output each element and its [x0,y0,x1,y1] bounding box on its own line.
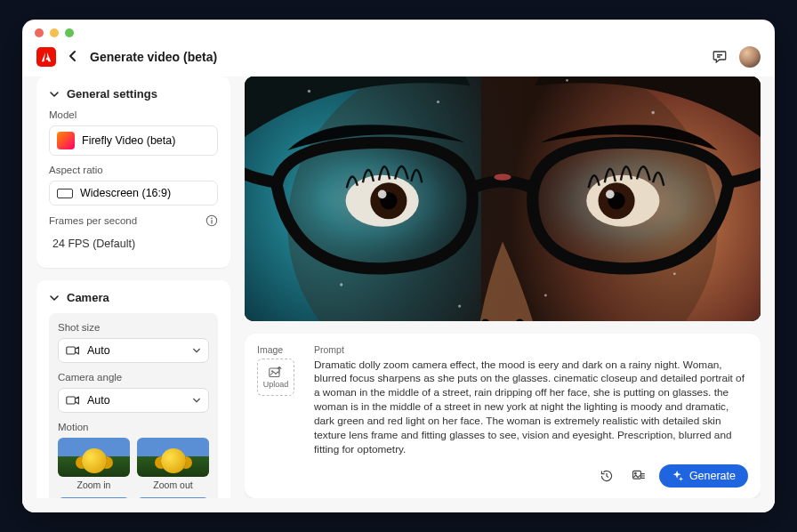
motion-zoom-out[interactable]: Zoom out [137,438,209,490]
video-preview [245,77,761,321]
chevron-down-icon [192,346,201,355]
settings-sidebar: General settings Model Firefly Video (be… [36,77,230,498]
svg-point-33 [634,472,636,474]
window-controls [22,20,775,43]
shot-size-label: Shot size [58,322,209,333]
upload-label-text: Upload [263,380,289,389]
upload-column: Image Upload [257,344,302,488]
user-avatar[interactable] [739,46,761,68]
camera-toggle[interactable]: Camera [49,291,218,304]
motion-thumb [58,497,130,498]
fps-label: Frames per second [49,215,137,226]
motion-item-label: Zoom out [137,480,209,490]
image-label: Image [257,344,302,355]
svg-rect-4 [67,397,76,404]
svg-point-22 [566,79,568,82]
adobe-logo [36,47,56,67]
svg-point-21 [437,101,439,103]
svg-point-29 [494,173,511,180]
model-value: Firefly Video (beta) [82,134,175,147]
camera-card: Camera Shot size Auto Camera angle Auto [36,280,230,498]
motion-thumb [58,438,130,477]
svg-point-26 [544,294,547,297]
general-settings-card: General settings Model Firefly Video (be… [36,77,230,268]
aspect-ratio-value: Widescreen (16:9) [80,187,171,199]
motion-thumb [137,497,209,498]
content: General settings Model Firefly Video (be… [22,77,775,512]
motion-option[interactable] [137,497,209,498]
aspect-ratio-selector[interactable]: Widescreen (16:9) [49,181,218,206]
prompt-panel: Image Upload Prompt Dramatic dolly zoom … [245,334,761,498]
svg-point-25 [458,305,461,308]
motion-zoom-in[interactable]: Zoom in [58,438,130,490]
model-label: Model [49,109,218,120]
general-settings-title: General settings [67,87,157,101]
model-selector[interactable]: Firefly Video (beta) [49,125,218,156]
style-reference-button[interactable] [627,464,650,488]
svg-point-14 [378,190,387,199]
chevron-down-icon [49,89,60,100]
svg-point-28 [673,272,676,275]
svg-point-23 [651,111,655,115]
generate-button[interactable]: Generate [659,464,748,488]
fps-label-row: Frames per second [49,214,218,227]
history-button[interactable] [595,464,618,488]
close-window-button[interactable] [35,28,44,37]
svg-point-18 [606,190,615,199]
generate-label: Generate [689,470,736,482]
svg-rect-3 [67,347,76,354]
page-title: Generate video (beta) [90,50,217,64]
camera-title: Camera [67,291,109,304]
maximize-window-button[interactable] [65,28,74,37]
svg-point-31 [271,370,273,372]
motion-grid: Zoom in Zoom out [58,438,209,498]
aspect-ratio-label: Aspect ratio [49,165,218,175]
model-thumb-icon [57,132,75,149]
camera-angle-selector[interactable]: Auto [58,388,209,413]
motion-label: Motion [58,422,209,432]
svg-rect-2 [211,220,212,223]
generate-icon [672,470,684,482]
back-button[interactable] [65,50,81,65]
svg-point-19 [308,90,310,93]
camera-angle-value: Auto [87,394,110,407]
shot-size-value: Auto [87,344,110,357]
motion-option[interactable] [58,497,130,498]
prompt-label: Prompt [314,344,748,355]
camera-inner: Shot size Auto Camera angle Auto Motion [49,313,218,498]
chevron-down-icon [192,396,201,405]
camera-angle-label: Camera angle [58,372,209,383]
prompt-textarea[interactable]: Dramatic dolly zoom camera effect, the m… [314,359,748,457]
minimize-window-button[interactable] [50,28,59,37]
chevron-down-icon [49,293,60,303]
main-area: Image Upload Prompt Dramatic dolly zoom … [245,77,761,498]
svg-point-1 [211,218,213,220]
camera-icon [66,395,80,406]
app-window: Generate video (beta) General settings M… [22,20,775,512]
fps-value: 24 FPS (Default) [49,232,218,255]
upload-button[interactable]: Upload [257,359,294,396]
svg-point-27 [340,283,342,286]
prompt-actions: Generate [314,464,748,488]
prompt-column: Prompt Dramatic dolly zoom camera effect… [314,344,748,488]
general-settings-toggle[interactable]: General settings [49,87,218,101]
camera-icon [66,345,80,356]
info-icon[interactable] [205,214,218,227]
shot-size-selector[interactable]: Auto [58,338,209,363]
motion-item-label: Zoom in [58,480,130,490]
preview-image [245,77,761,321]
topbar: Generate video (beta) [22,43,775,77]
widescreen-icon [57,189,73,198]
motion-thumb [137,438,209,477]
comment-icon[interactable] [709,46,730,68]
upload-icon [269,366,283,378]
